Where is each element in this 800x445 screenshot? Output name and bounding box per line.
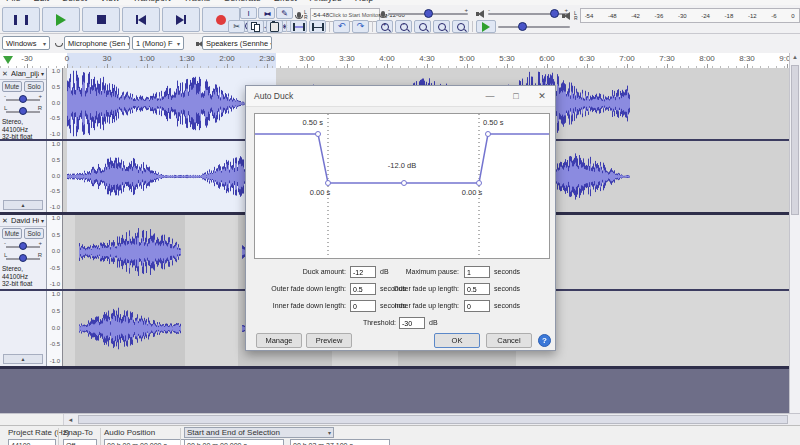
slider-thumb[interactable]	[19, 242, 27, 250]
track2-solo-button[interactable]: Solo	[24, 228, 44, 239]
duck-amount-label: Duck amount:	[246, 268, 346, 275]
scroll-up-icon[interactable]: ▲	[790, 54, 800, 60]
slider-thumb[interactable]	[518, 22, 527, 31]
menu-item-transport[interactable]: Transport	[132, 0, 170, 3]
vertical-scrollbar[interactable]: ▲	[789, 53, 800, 413]
project-rate-select[interactable]: 44100	[8, 439, 56, 445]
menu-item-analyze[interactable]: Analyze	[310, 0, 342, 3]
close-icon[interactable]: ✕	[529, 86, 555, 105]
ok-button[interactable]: OK	[434, 333, 480, 348]
track1-solo-button[interactable]: Solo	[24, 81, 44, 92]
skip-to-start-button[interactable]	[122, 7, 160, 32]
track2-name[interactable]: David HQ	[11, 216, 39, 225]
track2-ch2-ruler[interactable]: 1.00.50.0-0.5-1.0	[47, 291, 63, 366]
audio-host-select[interactable]: Windows▾	[2, 36, 50, 50]
track1-gain-slider[interactable]: -+	[4, 93, 42, 105]
track-divider[interactable]	[0, 366, 789, 369]
recording-volume-slider[interactable]: -+	[388, 8, 468, 19]
play-at-speed-button[interactable]	[476, 20, 496, 33]
dialog-title-bar[interactable]: Auto Duck — □ ✕	[246, 86, 555, 107]
zoom-selection-button[interactable]	[414, 20, 431, 33]
selection-end-field[interactable]: 00 h 02 m 37.100 s	[290, 439, 390, 445]
draw-tool-button[interactable]: ✎	[276, 7, 293, 19]
minimize-icon[interactable]: —	[477, 86, 503, 105]
play-button[interactable]	[42, 7, 80, 32]
menu-item-edit[interactable]: Edit	[34, 0, 50, 3]
slider-thumb[interactable]	[19, 95, 27, 103]
track-menu-chevron-icon[interactable]: ▾	[41, 217, 44, 224]
selection-start-field[interactable]: 00 h 00 m 00.000 s	[184, 439, 284, 445]
track1-title-bar[interactable]: ✕ Alan_pijan_ ▾	[0, 68, 46, 80]
copy-button[interactable]	[247, 20, 264, 33]
slider-thumb[interactable]	[19, 254, 27, 262]
maximize-icon[interactable]: □	[503, 86, 529, 105]
track2-gain-slider[interactable]: -+	[4, 240, 42, 252]
horizontal-scrollbar[interactable]: ◂	[0, 413, 800, 425]
pinned-play-head-icon[interactable]	[3, 56, 13, 64]
selection-tool-button[interactable]: I	[240, 7, 257, 19]
track-menu-chevron-icon[interactable]: ▾	[41, 70, 44, 77]
vertical-scroll-thumb[interactable]	[791, 65, 799, 215]
menu-item-effect[interactable]: Effect	[274, 0, 297, 3]
horizontal-scroll-thumb[interactable]	[78, 415, 788, 424]
track1-mute-button[interactable]: Mute	[2, 81, 22, 92]
help-button[interactable]: ?	[538, 334, 551, 347]
menu-item-tracks[interactable]: Tracks	[184, 0, 211, 3]
recording-device-select[interactable]: Microphone (Sen▾	[64, 36, 130, 50]
preview-button[interactable]: Preview	[306, 333, 352, 348]
cut-button[interactable]: ✂	[228, 20, 245, 33]
menu-item-file[interactable]: File	[6, 0, 21, 3]
redo-button[interactable]: ↷	[352, 20, 369, 33]
silence-audio-button[interactable]	[309, 20, 326, 33]
track1-ch1-ruler[interactable]: 1.00.50.0-0.5-1.0	[47, 68, 63, 139]
outer-fade-up-label: Outer fade up length:	[356, 285, 459, 292]
track2-ch1-ruler[interactable]: 1.00.50.0-0.5-1.0	[47, 215, 63, 289]
slider-thumb[interactable]	[424, 9, 433, 18]
trim-audio-button[interactable]	[290, 20, 307, 33]
maximum-pause-input[interactable]	[464, 266, 490, 278]
slider-thumb[interactable]	[19, 107, 27, 115]
envelope-tool-button[interactable]: ▸◂	[258, 7, 275, 19]
close-track-icon[interactable]: ✕	[2, 70, 9, 78]
menu-item-view[interactable]: View	[100, 0, 119, 3]
track2-title-bar[interactable]: ✕ David HQ ▾	[0, 215, 46, 227]
recording-channels-select[interactable]: 1 (Mono) F▾	[132, 36, 184, 50]
playback-volume-slider[interactable]: -+	[488, 8, 568, 19]
track2-mute-button[interactable]: Mute	[2, 228, 22, 239]
threshold-input[interactable]	[399, 317, 425, 329]
timeline-ruler[interactable]: -300301:001:302:002:303:003:304:004:305:…	[0, 53, 789, 69]
zoom-out-button[interactable]: -	[395, 20, 412, 33]
inner-fade-up-input[interactable]	[464, 300, 490, 312]
close-track-icon[interactable]: ✕	[2, 217, 9, 225]
track1-pan-slider[interactable]: LR	[4, 105, 42, 117]
slider-thumb[interactable]	[550, 9, 559, 18]
scroll-left-icon[interactable]: ◂	[64, 414, 77, 425]
stop-button[interactable]	[82, 7, 120, 32]
paste-button[interactable]	[266, 20, 283, 33]
menu-item-select[interactable]: Select	[62, 0, 87, 3]
selection-mode-select[interactable]: Start and End of Selection▾	[184, 427, 334, 438]
zoom-toggle-button[interactable]	[452, 20, 469, 33]
zoom-fit-button[interactable]	[433, 20, 450, 33]
track2-pan-slider[interactable]: LR	[4, 252, 42, 264]
playback-device-select[interactable]: Speakers (Sennhe▾	[202, 36, 272, 50]
menu-item-generate[interactable]: Generate	[223, 0, 261, 3]
playback-meter[interactable]: -54-48-42-36-30-24-18-12-60	[580, 8, 800, 23]
outer-fade-up-input[interactable]	[464, 283, 490, 295]
meter-scale-tick: -36	[655, 13, 664, 19]
undo-button[interactable]: ↶	[333, 20, 350, 33]
menu-item-help[interactable]: Help	[355, 0, 374, 3]
playback-meter-toolbar[interactable]: LR -54-48-42-36-30-24-18-12-60	[560, 8, 800, 23]
cancel-button[interactable]: Cancel	[486, 333, 532, 348]
track2-collapse-button[interactable]: ▲	[3, 354, 43, 364]
track1-collapse-button[interactable]: ▲	[3, 200, 43, 210]
play-speed-slider[interactable]	[498, 21, 570, 32]
duck-curve-graph[interactable]: 0.50 s 0.50 s -12.0 dB 0.00 s 0.00 s	[254, 113, 550, 259]
track1-name[interactable]: Alan_pijan_	[11, 69, 39, 78]
pause-button[interactable]	[2, 7, 40, 32]
skip-to-end-button[interactable]	[162, 7, 200, 32]
snap-to-select[interactable]: Off	[63, 439, 97, 445]
zoom-in-button[interactable]: +	[376, 20, 393, 33]
track1-ch2-ruler[interactable]: 1.00.50.0-0.5-1.0	[47, 141, 63, 212]
manage-button[interactable]: Manage	[256, 333, 302, 348]
